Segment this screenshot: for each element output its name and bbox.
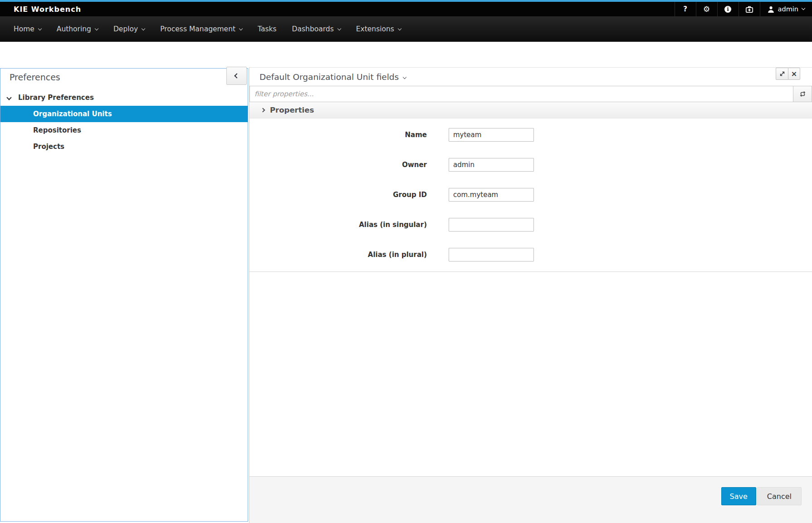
- editor-title: Default Organizational Unit fields: [259, 72, 399, 82]
- filter-bar: [249, 86, 812, 102]
- nav-label: Tasks: [258, 25, 277, 33]
- preferences-panel-header: Preferences: [0, 69, 248, 89]
- form-row-group-id: Group ID: [249, 188, 812, 202]
- group-id-label: Group ID: [249, 191, 427, 199]
- alias-plural-label: Alias (in plural): [249, 251, 427, 259]
- about-button[interactable]: i: [717, 2, 739, 16]
- user-icon: [768, 6, 774, 13]
- caret-down-icon: [802, 6, 805, 10]
- properties-form: Name Owner Group ID Alias (in singular) …: [249, 118, 812, 272]
- alias-singular-field[interactable]: [449, 218, 534, 232]
- chevron-down-icon: [338, 27, 341, 30]
- chevron-down-icon: [403, 75, 406, 79]
- alias-singular-label: Alias (in singular): [249, 221, 427, 229]
- group-id-field[interactable]: [449, 188, 534, 202]
- tree-item-label: Organizational Units: [33, 110, 112, 118]
- name-field[interactable]: [449, 128, 534, 142]
- properties-section-toggle[interactable]: Properties: [249, 102, 812, 118]
- chevron-down-icon: [239, 27, 243, 30]
- nav-label: Home: [14, 25, 34, 33]
- editor-footer: Save Cancel: [249, 476, 812, 523]
- editor-title-dropdown[interactable]: Default Organizational Unit fields: [259, 72, 406, 82]
- nav-item-extensions[interactable]: Extensions: [348, 16, 409, 42]
- chevron-down-icon: [38, 27, 42, 30]
- organizational-unit-fields-panel: Default Organizational Unit fields ×: [249, 67, 812, 523]
- nav-label: Deploy: [113, 25, 138, 33]
- owner-field[interactable]: [449, 158, 534, 172]
- gear-icon: ⚙: [703, 5, 710, 14]
- user-menu[interactable]: admin: [760, 2, 812, 16]
- reset-filter-button[interactable]: [793, 86, 812, 102]
- apps-button[interactable]: [739, 2, 760, 16]
- panel-title: Preferences: [10, 72, 60, 82]
- help-icon: ?: [683, 5, 687, 13]
- tree-item-label: Repositories: [33, 126, 81, 134]
- nav-label: Process Management: [160, 25, 235, 33]
- nav-item-deploy[interactable]: Deploy: [106, 16, 152, 42]
- close-panel-button[interactable]: ×: [788, 68, 800, 80]
- alias-plural-field[interactable]: [449, 248, 534, 262]
- maximize-panel-button[interactable]: [776, 68, 788, 80]
- chevron-right-icon: [261, 108, 265, 113]
- chevron-down-icon: [95, 27, 98, 30]
- save-button[interactable]: Save: [721, 487, 756, 505]
- nav-label: Extensions: [356, 25, 394, 33]
- cancel-button[interactable]: Cancel: [757, 487, 802, 505]
- nav-item-home[interactable]: Home: [6, 16, 49, 42]
- properties-section-label: Properties: [270, 106, 314, 114]
- masthead-utilities: ? ⚙ i admin: [675, 2, 812, 16]
- preferences-tree: Library Preferences Organizational Units…: [0, 89, 248, 155]
- form-row-name: Name: [249, 128, 812, 142]
- panel-window-buttons: ×: [776, 68, 800, 80]
- chevron-down-icon[interactable]: [6, 95, 11, 100]
- masthead: KIE Workbench ? ⚙ i: [0, 0, 812, 16]
- collapse-panel-button[interactable]: [226, 67, 247, 85]
- chevron-down-icon: [398, 27, 401, 30]
- nav-item-process-management[interactable]: Process Management: [152, 16, 250, 42]
- nav-label: Dashboards: [292, 25, 334, 33]
- form-row-owner: Owner: [249, 158, 812, 172]
- filter-properties-input[interactable]: [249, 86, 793, 102]
- nav-label: Authoring: [57, 25, 91, 33]
- main-menu-bar: Home Authoring Deploy Process Management…: [0, 16, 812, 42]
- footer-actions: Save Cancel: [721, 487, 802, 505]
- form-row-alias-singular: Alias (in singular): [249, 218, 812, 232]
- owner-label: Owner: [249, 161, 427, 169]
- help-button[interactable]: ?: [675, 2, 696, 16]
- repeat-icon: [799, 91, 806, 97]
- form-row-alias-plural: Alias (in plural): [249, 248, 812, 262]
- editor-header: Default Organizational Unit fields ×: [249, 68, 812, 86]
- chevron-left-icon: [234, 73, 239, 78]
- app-logo: KIE Workbench: [0, 2, 81, 16]
- chevron-down-icon: [142, 27, 145, 30]
- tree-item-projects[interactable]: Projects: [0, 138, 248, 155]
- expand-icon: [779, 71, 785, 77]
- name-label: Name: [249, 131, 427, 139]
- tree-item-label: Projects: [33, 143, 64, 151]
- close-icon: ×: [791, 70, 797, 78]
- nav-item-tasks[interactable]: Tasks: [250, 16, 284, 42]
- nav-item-authoring[interactable]: Authoring: [49, 16, 106, 42]
- user-name: admin: [778, 5, 798, 13]
- tree-item-library-preferences[interactable]: Library Preferences: [0, 89, 248, 106]
- nav-item-dashboards[interactable]: Dashboards: [284, 16, 348, 42]
- tree-item-label: Library Preferences: [18, 94, 94, 102]
- info-icon: i: [724, 6, 731, 13]
- tree-item-repositories[interactable]: Repositories: [0, 122, 248, 138]
- tree-item-organizational-units[interactable]: Organizational Units: [0, 106, 248, 122]
- preferences-panel: Preferences Library Preferences Organiza…: [0, 68, 248, 522]
- settings-button[interactable]: ⚙: [696, 2, 717, 16]
- medkit-icon: [745, 5, 753, 13]
